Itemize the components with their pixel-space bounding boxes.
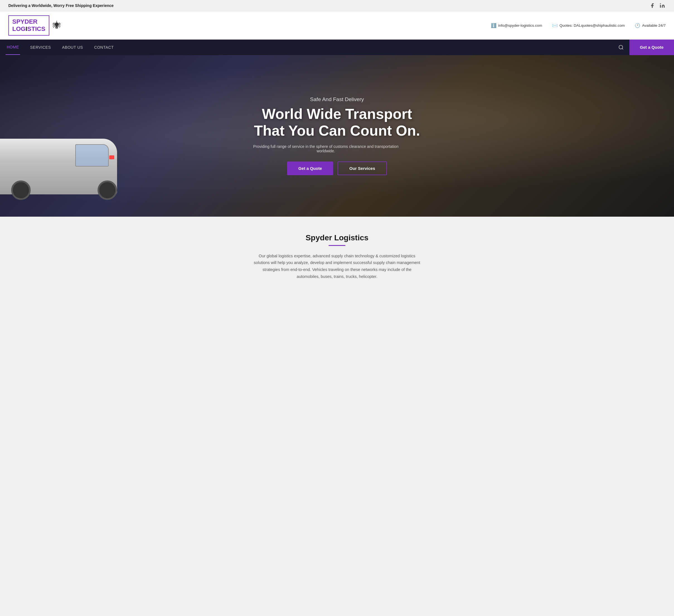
hero-quote-button[interactable]: Get a Quote [287,162,333,175]
svg-point-2 [619,45,623,49]
navbar: HOME SERVICES ABOUT US CONTACT Get a Quo… [0,39,674,55]
van-windshield [75,144,109,167]
nav-contact[interactable]: CONTACT [93,40,115,54]
van-light [109,155,114,159]
envelope-icon: ✉️ [552,23,558,28]
hero-section: Safe And Fast Delivery World Wide Transp… [0,55,674,217]
availability-contact: 🕐 Available 24/7 [635,23,666,28]
search-icon[interactable] [613,39,630,55]
site-header: SPYDERLOGISTICS 🕷 ℹ️ info@spyder-logisti… [0,11,674,39]
van-wheel-left [11,180,31,200]
social-links [649,2,666,9]
svg-rect-0 [660,5,661,8]
logo[interactable]: SPYDERLOGISTICS 🕷 [8,15,61,36]
hero-van-illustration [0,122,128,200]
header-contacts: ℹ️ info@spyder-logistics.com ✉️ Quotes: … [491,23,666,28]
about-text: Our global logistics expertise, advanced… [251,253,423,280]
email-text: info@spyder-logistics.com [498,23,542,28]
quotes-contact: ✉️ Quotes: DALquotes@shiphaulistic.com [552,23,625,28]
info-icon: ℹ️ [491,23,496,28]
quotes-text: Quotes: DALquotes@shiphaulistic.com [559,23,625,28]
nav-links: HOME SERVICES ABOUT US CONTACT [0,39,613,55]
spider-icon: 🕷 [53,21,61,30]
hero-buttons: Get a Quote Our Services [245,162,429,175]
svg-point-1 [660,3,661,4]
banner-text: Delivering a Worldwide, Worry Free Shipp… [8,3,114,8]
nav-about[interactable]: ABOUT US [61,40,84,54]
about-section: Spyder Logistics Our global logistics ex… [0,217,674,297]
van-wheel-right [98,180,117,200]
top-banner: Delivering a Worldwide, Worry Free Shipp… [0,0,674,11]
linkedin-icon[interactable] [659,2,666,9]
hero-subtitle: Safe And Fast Delivery [245,96,429,103]
email-contact: ℹ️ info@spyder-logistics.com [491,23,542,28]
svg-line-3 [622,48,623,49]
nav-services[interactable]: SERVICES [29,40,52,54]
nav-home[interactable]: HOME [6,40,20,55]
clock-icon: 🕐 [635,23,640,28]
logo-box: SPYDERLOGISTICS [8,15,49,36]
hero-services-button[interactable]: Our Services [338,162,387,175]
availability-text: Available 24/7 [642,23,666,28]
about-title: Spyder Logistics [8,234,666,242]
hero-description: Providing full range of service in the s… [245,144,407,153]
logo-text: SPYDERLOGISTICS [12,18,45,33]
hero-title: World Wide Transport That You Can Count … [245,106,429,139]
hero-content: Safe And Fast Delivery World Wide Transp… [239,85,435,186]
nav-quote-button[interactable]: Get a Quote [630,39,674,55]
facebook-icon[interactable] [649,2,656,9]
title-divider [329,245,345,246]
